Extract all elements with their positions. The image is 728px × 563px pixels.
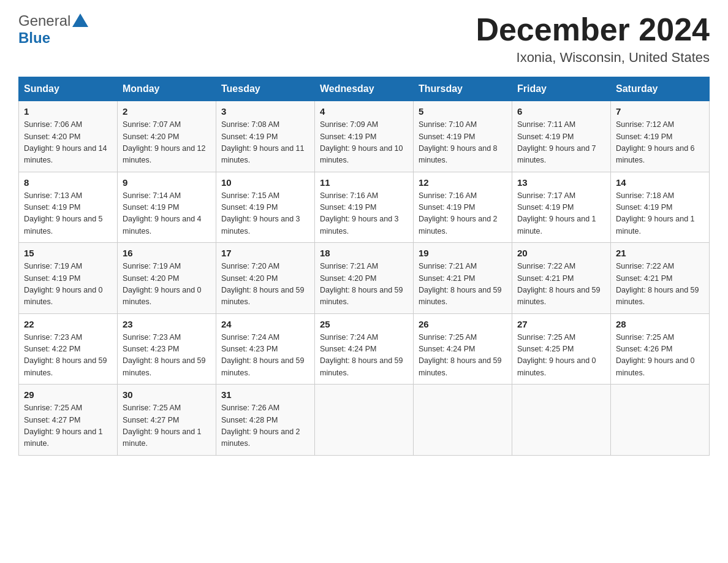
day-number: 20 [517,248,605,258]
calendar-cell: 12 Sunrise: 7:16 AM Sunset: 4:19 PM Dayl… [414,172,512,243]
day-info: Sunrise: 7:23 AM Sunset: 4:22 PM Dayligh… [24,332,112,380]
day-number: 6 [517,106,605,117]
svg-marker-0 [72,13,88,27]
day-number: 3 [221,106,309,117]
day-info: Sunrise: 7:25 AM Sunset: 4:25 PM Dayligh… [517,332,605,380]
calendar-week-row: 8 Sunrise: 7:13 AM Sunset: 4:19 PM Dayli… [19,172,710,243]
calendar-cell: 4 Sunrise: 7:09 AM Sunset: 4:19 PM Dayli… [315,101,414,172]
day-number: 25 [320,319,408,329]
calendar-cell: 23 Sunrise: 7:23 AM Sunset: 4:23 PM Dayl… [118,313,216,385]
calendar-cell: 30 Sunrise: 7:25 AM Sunset: 4:27 PM Dayl… [118,385,216,456]
calendar-cell: 7 Sunrise: 7:12 AM Sunset: 4:19 PM Dayli… [611,101,710,172]
day-number: 8 [24,177,112,188]
day-number: 4 [320,106,408,117]
logo-general-text: General [18,12,70,29]
calendar-cell: 17 Sunrise: 7:20 AM Sunset: 4:20 PM Dayl… [216,243,315,314]
calendar-cell: 29 Sunrise: 7:25 AM Sunset: 4:27 PM Dayl… [19,385,118,456]
day-info: Sunrise: 7:22 AM Sunset: 4:21 PM Dayligh… [517,261,605,308]
day-info: Sunrise: 7:25 AM Sunset: 4:24 PM Dayligh… [419,332,507,380]
day-info: Sunrise: 7:18 AM Sunset: 4:19 PM Dayligh… [616,190,704,238]
day-info: Sunrise: 7:13 AM Sunset: 4:19 PM Dayligh… [24,190,112,238]
day-info: Sunrise: 7:25 AM Sunset: 4:27 PM Dayligh… [24,402,112,450]
day-info: Sunrise: 7:25 AM Sunset: 4:27 PM Dayligh… [123,402,211,450]
day-number: 23 [123,319,211,329]
calendar-cell: 26 Sunrise: 7:25 AM Sunset: 4:24 PM Dayl… [414,313,512,385]
calendar-cell [611,385,710,456]
day-number: 30 [123,389,211,400]
day-info: Sunrise: 7:16 AM Sunset: 4:19 PM Dayligh… [419,190,507,238]
calendar-cell: 24 Sunrise: 7:24 AM Sunset: 4:23 PM Dayl… [216,313,315,385]
calendar-week-row: 1 Sunrise: 7:06 AM Sunset: 4:20 PM Dayli… [19,101,710,172]
day-info: Sunrise: 7:09 AM Sunset: 4:19 PM Dayligh… [320,119,408,167]
day-number: 27 [517,319,605,329]
calendar-subtitle: Ixonia, Wisconsin, United States [476,50,710,66]
day-number: 2 [123,106,211,117]
col-header-monday: Monday [118,77,216,101]
day-number: 11 [320,177,408,188]
calendar-cell: 25 Sunrise: 7:24 AM Sunset: 4:24 PM Dayl… [315,313,414,385]
day-number: 13 [517,177,605,188]
day-info: Sunrise: 7:21 AM Sunset: 4:20 PM Dayligh… [320,261,408,308]
calendar-cell: 3 Sunrise: 7:08 AM Sunset: 4:19 PM Dayli… [216,101,315,172]
day-info: Sunrise: 7:21 AM Sunset: 4:21 PM Dayligh… [419,261,507,308]
day-info: Sunrise: 7:08 AM Sunset: 4:19 PM Dayligh… [221,119,309,167]
calendar-cell: 28 Sunrise: 7:25 AM Sunset: 4:26 PM Dayl… [611,313,710,385]
calendar-cell: 13 Sunrise: 7:17 AM Sunset: 4:19 PM Dayl… [512,172,611,243]
day-info: Sunrise: 7:24 AM Sunset: 4:23 PM Dayligh… [221,332,309,380]
day-info: Sunrise: 7:16 AM Sunset: 4:19 PM Dayligh… [320,190,408,238]
calendar-cell: 5 Sunrise: 7:10 AM Sunset: 4:19 PM Dayli… [414,101,512,172]
calendar-cell: 20 Sunrise: 7:22 AM Sunset: 4:21 PM Dayl… [512,243,611,314]
calendar-cell: 18 Sunrise: 7:21 AM Sunset: 4:20 PM Dayl… [315,243,414,314]
calendar-cell [414,385,512,456]
col-header-friday: Friday [512,77,611,101]
col-header-tuesday: Tuesday [216,77,315,101]
day-number: 18 [320,248,408,258]
calendar-cell: 15 Sunrise: 7:19 AM Sunset: 4:19 PM Dayl… [19,243,118,314]
day-number: 15 [24,248,112,258]
day-info: Sunrise: 7:23 AM Sunset: 4:23 PM Dayligh… [123,332,211,380]
calendar-cell: 10 Sunrise: 7:15 AM Sunset: 4:19 PM Dayl… [216,172,315,243]
calendar-cell: 27 Sunrise: 7:25 AM Sunset: 4:25 PM Dayl… [512,313,611,385]
day-number: 22 [24,319,112,329]
page-header: General Blue December 2024 Ixonia, Wisco… [18,12,710,66]
calendar-title: December 2024 [476,12,710,47]
day-info: Sunrise: 7:22 AM Sunset: 4:21 PM Dayligh… [616,261,704,308]
day-info: Sunrise: 7:17 AM Sunset: 4:19 PM Dayligh… [517,190,605,238]
logo-blue-text: Blue [18,29,50,46]
day-info: Sunrise: 7:26 AM Sunset: 4:28 PM Dayligh… [221,402,309,450]
calendar-cell: 9 Sunrise: 7:14 AM Sunset: 4:19 PM Dayli… [118,172,216,243]
calendar-cell: 16 Sunrise: 7:19 AM Sunset: 4:20 PM Dayl… [118,243,216,314]
calendar-cell: 6 Sunrise: 7:11 AM Sunset: 4:19 PM Dayli… [512,101,611,172]
day-info: Sunrise: 7:12 AM Sunset: 4:19 PM Dayligh… [616,119,704,167]
day-number: 28 [616,319,704,329]
calendar-cell: 1 Sunrise: 7:06 AM Sunset: 4:20 PM Dayli… [19,101,118,172]
logo: General Blue [18,12,88,47]
day-number: 24 [221,319,309,329]
calendar-week-row: 15 Sunrise: 7:19 AM Sunset: 4:19 PM Dayl… [19,243,710,314]
day-info: Sunrise: 7:11 AM Sunset: 4:19 PM Dayligh… [517,119,605,167]
day-number: 21 [616,248,704,258]
calendar-cell: 31 Sunrise: 7:26 AM Sunset: 4:28 PM Dayl… [216,385,315,456]
day-number: 29 [24,389,112,400]
calendar-cell [315,385,414,456]
day-number: 1 [24,106,112,117]
calendar-cell: 14 Sunrise: 7:18 AM Sunset: 4:19 PM Dayl… [611,172,710,243]
calendar-cell: 19 Sunrise: 7:21 AM Sunset: 4:21 PM Dayl… [414,243,512,314]
day-number: 26 [419,319,507,329]
day-number: 17 [221,248,309,258]
col-header-saturday: Saturday [611,77,710,101]
col-header-wednesday: Wednesday [315,77,414,101]
day-info: Sunrise: 7:20 AM Sunset: 4:20 PM Dayligh… [221,261,309,308]
col-header-sunday: Sunday [19,77,118,101]
calendar-header-row: SundayMondayTuesdayWednesdayThursdayFrid… [19,77,710,101]
calendar-week-row: 29 Sunrise: 7:25 AM Sunset: 4:27 PM Dayl… [19,385,710,456]
calendar-table: SundayMondayTuesdayWednesdayThursdayFrid… [18,77,710,456]
day-number: 10 [221,177,309,188]
day-number: 9 [123,177,211,188]
calendar-cell [512,385,611,456]
title-block: December 2024 Ixonia, Wisconsin, United … [476,12,710,66]
day-number: 19 [419,248,507,258]
day-info: Sunrise: 7:14 AM Sunset: 4:19 PM Dayligh… [123,190,211,238]
day-info: Sunrise: 7:15 AM Sunset: 4:19 PM Dayligh… [221,190,309,238]
day-number: 16 [123,248,211,258]
